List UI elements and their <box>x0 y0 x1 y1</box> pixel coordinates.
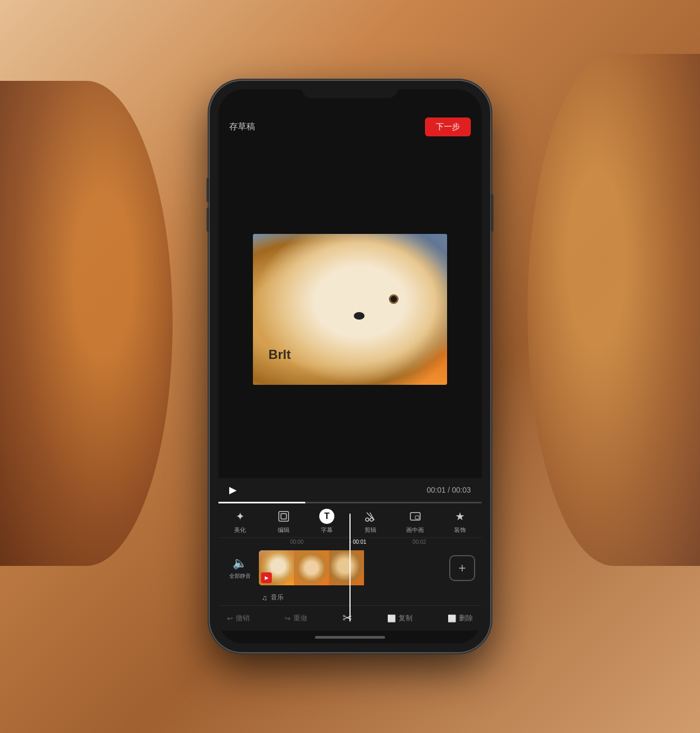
home-bar <box>315 636 385 639</box>
play-button[interactable]: ▶ <box>229 484 237 496</box>
svg-rect-0 <box>279 511 289 521</box>
mute-label: 全部静音 <box>229 572 251 580</box>
cut-scissors-button[interactable]: ✂ <box>342 611 352 625</box>
subtitle-label: 字幕 <box>321 526 333 534</box>
undo-icon: ↩ <box>227 614 233 623</box>
time-display: 00:01 / 00:03 <box>427 486 471 494</box>
delete-label: 删除 <box>459 613 473 623</box>
timestamp-2: 00:02 <box>413 539 426 545</box>
scissors-icon: ✂ <box>342 611 352 625</box>
progress-bar[interactable] <box>218 502 482 503</box>
dog-eye <box>389 294 399 304</box>
clip-dog-3 <box>329 550 364 585</box>
playback-row: ▶ 00:01 / 00:03 <box>218 478 482 502</box>
volume-down-button[interactable] <box>207 208 209 232</box>
copy-button[interactable]: ⬜ 复制 <box>387 613 413 623</box>
progress-fill <box>218 502 305 503</box>
volume-up-button[interactable] <box>207 178 209 202</box>
phone-notch <box>301 81 399 98</box>
clip-dog-2 <box>294 550 329 585</box>
toolbar-item-decorate[interactable]: ★ 装饰 <box>452 509 468 534</box>
video-text-overlay: BrIt <box>269 347 291 362</box>
decorate-label: 装饰 <box>454 526 466 534</box>
pip-label: 画中画 <box>406 526 424 534</box>
bottom-actions: ↩ 撤销 ↪ 重做 ✂ ⬜ 复制 ⬜ 删除 <box>218 605 482 631</box>
clip-thumb-2[interactable] <box>294 550 329 585</box>
mute-button[interactable]: 🔈 全部静音 <box>225 556 255 580</box>
clip-thumb-inner-2 <box>294 550 329 585</box>
undo-button[interactable]: ↩ 撤销 <box>227 613 250 623</box>
music-row[interactable]: ♫ 音乐 <box>218 590 482 605</box>
toolbar-item-edit[interactable]: 编辑 <box>276 509 291 534</box>
clip-row: 🔈 全部静音 ▶ <box>218 546 482 590</box>
pip-icon <box>408 509 423 524</box>
copy-icon: ⬜ <box>387 614 396 623</box>
bg-corgi-left <box>0 81 173 566</box>
save-draft-label[interactable]: 存草稿 <box>229 121 255 133</box>
music-icon: ♫ <box>262 593 267 602</box>
clip-badge-1: ▶ <box>261 572 272 583</box>
clip-thumb-1[interactable]: ▶ <box>259 550 294 585</box>
add-clip-button[interactable]: + <box>449 555 475 581</box>
redo-icon: ↪ <box>285 614 291 623</box>
clip-thumb-inner-1: ▶ <box>259 550 294 585</box>
svg-point-3 <box>370 518 373 521</box>
phone-screen: 存草稿 下一步 BrIt ▶ 00:01 / 00:03 <box>218 89 482 644</box>
svg-rect-1 <box>281 514 286 519</box>
video-frame: BrIt <box>253 234 447 385</box>
controls-area: ▶ 00:01 / 00:03 ✦ 美化 <box>218 478 482 644</box>
music-label: 音乐 <box>271 593 284 602</box>
timeline-row: 00:00 · 00:01 00:02 <box>218 538 482 546</box>
edit-label: 编辑 <box>278 526 290 534</box>
toolbar-item-subtitle[interactable]: T 字幕 <box>319 509 334 534</box>
volume-icon: 🔈 <box>232 556 247 570</box>
decorate-icon: ★ <box>452 509 468 524</box>
cut-icon <box>363 509 378 524</box>
cut-label: 剪辑 <box>365 526 376 534</box>
beautify-label: 美化 <box>234 526 246 534</box>
toolbar-item-beautify[interactable]: ✦ 美化 <box>232 509 248 534</box>
top-nav: 存草稿 下一步 <box>218 113 482 140</box>
toolbar-item-pip[interactable]: 画中画 <box>406 509 424 534</box>
home-indicator <box>218 631 482 644</box>
next-step-button[interactable]: 下一步 <box>425 117 471 136</box>
clip-thumb-3[interactable] <box>329 550 364 585</box>
beautify-icon: ✦ <box>232 509 248 524</box>
video-content <box>253 234 447 385</box>
video-preview-area: BrIt <box>218 140 482 478</box>
toolbar-item-cut[interactable]: 剪辑 <box>363 509 378 534</box>
svg-point-2 <box>366 518 369 521</box>
clips-container: ▶ <box>259 550 441 585</box>
svg-rect-5 <box>415 516 419 519</box>
bg-corgi-right <box>527 54 700 566</box>
redo-label: 重做 <box>293 613 307 623</box>
redo-button[interactable]: ↪ 重做 <box>285 613 307 623</box>
delete-icon: ⬜ <box>448 614 456 623</box>
timestamp-1: · 00:01 <box>350 539 367 545</box>
add-icon: + <box>458 561 466 576</box>
undo-label: 撤销 <box>236 613 250 623</box>
delete-button[interactable]: ⬜ 删除 <box>448 613 473 623</box>
phone-frame: 存草稿 下一步 BrIt ▶ 00:01 / 00:03 <box>210 81 490 652</box>
timestamp-0: 00:00 <box>290 539 304 545</box>
copy-label: 复制 <box>399 613 413 623</box>
power-button[interactable] <box>491 194 493 232</box>
subtitle-icon: T <box>319 509 334 524</box>
edit-icon <box>276 509 291 524</box>
clip-thumb-inner-3 <box>329 550 364 585</box>
toolbar-row: ✦ 美化 编辑 T 字幕 <box>218 503 482 538</box>
